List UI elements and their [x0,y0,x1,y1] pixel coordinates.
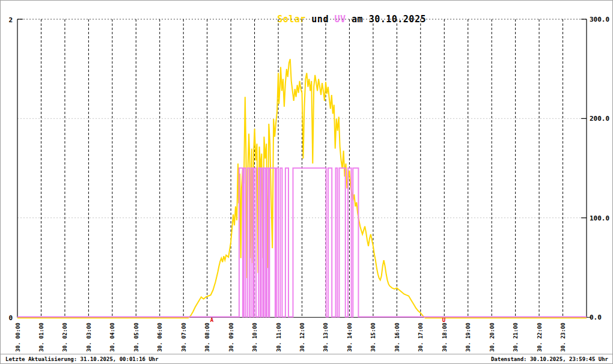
data-state-text: Datenstand: 30.10.2025, 23:59:45 Uhr [491,356,608,362]
x-tick-label-12: 30. 12:00 [299,323,305,352]
x-tick-label-9: 30. 09:00 [228,323,234,352]
x-tick-label-16: 30. 16:00 [394,323,400,352]
x-tick-label-11: 30. 11:00 [276,323,282,352]
x-tick-label-5: 30. 05:00 [133,323,139,352]
x-tick-label-14: 30. 14:00 [347,323,353,352]
status-bar: Letzte Aktualisierung: 31.10.2025, 00:01… [1,354,612,364]
x-tick-label-10: 30. 10:00 [252,323,258,352]
y-right-label-100.0: 100.0 [590,214,609,222]
x-tick-label-18: 30. 18:00 [442,323,448,352]
sunrise-marker: A [210,317,214,323]
x-tick-label-6: 30. 06:00 [157,323,163,352]
x-tick-label-0: 30. 00:00 [15,323,21,352]
x-tick-label-23: 30. 23:00 [560,323,566,352]
last-update-text: Letzte Aktualisierung: 31.10.2025, 00:01… [5,356,159,362]
y-right-label-0.0: 0.0 [590,314,602,321]
chart-window: Solar und UV am 30.10.2025 AU20300.0200.… [0,0,613,364]
x-tick-label-4: 30. 04:00 [109,323,115,352]
x-tick-label-1: 30. 01:00 [38,323,44,352]
x-tick-label-19: 30. 19:00 [465,323,471,352]
y-right-label-200.0: 200.0 [590,115,609,123]
y-right-label-300.0: 300.0 [590,16,609,23]
x-tick-label-7: 30. 07:00 [181,323,187,352]
x-tick-label-3: 30. 03:00 [86,323,92,352]
x-tick-label-21: 30. 21:00 [513,323,519,352]
y-left-label-top: 2 [8,16,13,24]
sunset-marker: U [442,317,445,323]
x-tick-label-2: 30. 02:00 [62,323,68,352]
x-tick-label-17: 30. 17:00 [418,323,424,352]
x-tick-label-8: 30. 08:00 [204,323,210,352]
x-tick-label-20: 30. 20:00 [489,323,495,352]
chart-canvas: AU20300.0200.0100.00.030. 00:0030. 01:00… [1,1,613,354]
x-tick-label-13: 30. 13:00 [323,323,329,352]
y-left-label-bottom: 0 [8,314,13,322]
x-tick-label-15: 30. 15:00 [370,323,376,352]
x-tick-label-22: 30. 22:00 [537,323,543,352]
